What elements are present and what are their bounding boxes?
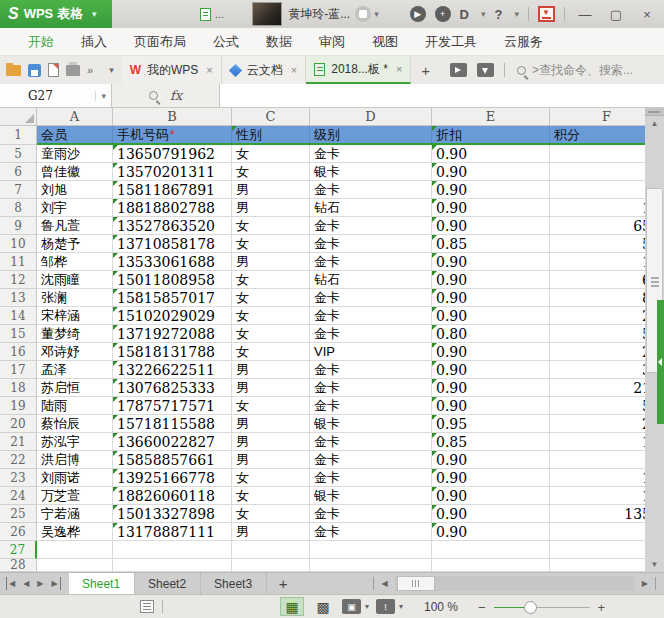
cell-E8[interactable]: 0.90	[432, 199, 550, 217]
cell-D16[interactable]: VIP	[310, 343, 432, 361]
doc-tab-2[interactable]: 2018...板 *×	[306, 56, 411, 84]
row-header-26[interactable]: 26	[0, 523, 37, 541]
cell-E25[interactable]: 0.90	[432, 505, 550, 523]
cell-C10[interactable]: 女	[232, 235, 310, 253]
cell-A18[interactable]: 苏启恒	[37, 379, 113, 397]
tab-close-icon[interactable]: ×	[396, 63, 402, 75]
cell-D19[interactable]: 金卡	[310, 397, 432, 415]
cell-B23[interactable]: 13925166778	[113, 469, 232, 487]
cell-D5[interactable]: 金卡	[310, 145, 432, 163]
cell-D28[interactable]	[310, 559, 432, 572]
menu-item-dev-tools[interactable]: 开发工具	[425, 33, 477, 51]
name-box-caret-icon[interactable]: ▾	[95, 91, 111, 101]
print-icon[interactable]	[66, 65, 80, 76]
row-header-19[interactable]: 19	[0, 397, 37, 415]
cell-E14[interactable]: 0.90	[432, 307, 550, 325]
row-header-11[interactable]: 11	[0, 253, 37, 271]
cell-D12[interactable]: 钻石	[310, 271, 432, 289]
cell-B28[interactable]	[113, 559, 232, 572]
cell-C8[interactable]: 男	[232, 199, 310, 217]
sheet-tab-sheet2[interactable]: Sheet2	[135, 573, 201, 594]
select-all-corner[interactable]	[0, 108, 37, 126]
cell-A23[interactable]: 刘雨诺	[37, 469, 113, 487]
cell-C21[interactable]: 男	[232, 433, 310, 451]
horizontal-scrollbar[interactable]	[395, 576, 635, 591]
cell-C15[interactable]: 女	[232, 325, 310, 343]
magnifier-icon[interactable]	[149, 91, 158, 100]
hscroll-left-icon[interactable]: ◀	[374, 573, 394, 594]
menu-item-home[interactable]: 开始	[28, 33, 54, 51]
horizontal-scroll-thumb[interactable]	[397, 576, 435, 591]
cell-E15[interactable]: 0.80	[432, 325, 550, 343]
cell-A12[interactable]: 沈雨瞳	[37, 271, 113, 289]
sheet-tab-sheet1[interactable]: Sheet1	[69, 573, 135, 594]
last-sheet-icon[interactable]: ▶	[49, 577, 60, 590]
cell-B17[interactable]: 13226622511	[113, 361, 232, 379]
row-header-10[interactable]: 10	[0, 235, 37, 253]
cell-C5[interactable]: 女	[232, 145, 310, 163]
open-file-icon[interactable]	[6, 65, 21, 76]
share-icon[interactable]	[477, 63, 494, 77]
cell-A26[interactable]: 吴逸桦	[37, 523, 113, 541]
cell-B12[interactable]: 15011808958	[113, 271, 232, 289]
cell-E23[interactable]: 0.90	[432, 469, 550, 487]
cell-C22[interactable]: 男	[232, 451, 310, 469]
row-header-15[interactable]: 15	[0, 325, 37, 343]
paste-icon[interactable]	[48, 63, 59, 77]
cell-E28[interactable]	[432, 559, 550, 572]
maximize-button[interactable]: ▢	[605, 7, 627, 22]
cell-E10[interactable]: 0.85	[432, 235, 550, 253]
command-search-input[interactable]: >查找命令、搜索...	[517, 62, 633, 79]
help-caret-icon[interactable]: ▾	[514, 9, 519, 19]
eye-protect-mode-button[interactable]: !	[376, 599, 395, 614]
cell-E11[interactable]: 0.90	[432, 253, 550, 271]
row-header-20[interactable]: 20	[0, 415, 37, 433]
cell-B14[interactable]: 15102029029	[113, 307, 232, 325]
cell-B8[interactable]: 18818802788	[113, 199, 232, 217]
row-header-6[interactable]: 6	[0, 163, 37, 181]
cell-D7[interactable]: 金卡	[310, 181, 432, 199]
cell-C27[interactable]	[232, 541, 310, 559]
cell-B6[interactable]: 13570201311	[113, 163, 232, 181]
cell-B5[interactable]: 13650791962	[113, 145, 232, 163]
row-header-8[interactable]: 8	[0, 199, 37, 217]
cell-D18[interactable]: 金卡	[310, 379, 432, 397]
zoom-out-button[interactable]: −	[470, 600, 494, 615]
cell-D25[interactable]: 金卡	[310, 505, 432, 523]
normal-view-button[interactable]: ▦	[280, 597, 304, 616]
zoom-in-button[interactable]: +	[590, 600, 614, 615]
cell-D9[interactable]: 金卡	[310, 217, 432, 235]
cell-E20[interactable]: 0.95	[432, 415, 550, 433]
row-header-28[interactable]: 28	[0, 559, 37, 572]
col-header-E[interactable]: E	[432, 108, 550, 126]
cell-E27[interactable]	[432, 541, 550, 559]
cell-B22[interactable]: 15858857661	[113, 451, 232, 469]
cell-D13[interactable]: 金卡	[310, 289, 432, 307]
row-header-5[interactable]: 5	[0, 145, 37, 163]
row-header-24[interactable]: 24	[0, 487, 37, 505]
menu-item-insert[interactable]: 插入	[81, 33, 107, 51]
close-button[interactable]: ×	[636, 7, 658, 22]
cell-B27[interactable]	[113, 541, 232, 559]
cell-C23[interactable]: 女	[232, 469, 310, 487]
zoom-slider[interactable]	[494, 601, 590, 614]
zoom-slider-knob[interactable]	[524, 601, 537, 614]
cell-C16[interactable]: 女	[232, 343, 310, 361]
user-avatar[interactable]	[252, 2, 282, 26]
cell-B13[interactable]: 15815857017	[113, 289, 232, 307]
cell-C19[interactable]: 女	[232, 397, 310, 415]
cell-B26[interactable]: 13178887111	[113, 523, 232, 541]
help-icon[interactable]: ?	[495, 7, 503, 22]
eye-mode-caret-icon[interactable]: ▾	[399, 602, 403, 611]
row-header-1[interactable]: 1	[0, 126, 37, 145]
cell-A16[interactable]: 邓诗妤	[37, 343, 113, 361]
docer-icon[interactable]: D	[460, 7, 469, 22]
menu-item-page-layout[interactable]: 页面布局	[134, 33, 186, 51]
col-header-D[interactable]: D	[310, 108, 432, 126]
cell-B19[interactable]: 17875717571	[113, 397, 232, 415]
cell-B15[interactable]: 13719272088	[113, 325, 232, 343]
cell-B11[interactable]: 13533061688	[113, 253, 232, 271]
cell-A6[interactable]: 曾佳徽	[37, 163, 113, 181]
row-header-9[interactable]: 9	[0, 217, 37, 235]
cell-A19[interactable]: 陆雨	[37, 397, 113, 415]
